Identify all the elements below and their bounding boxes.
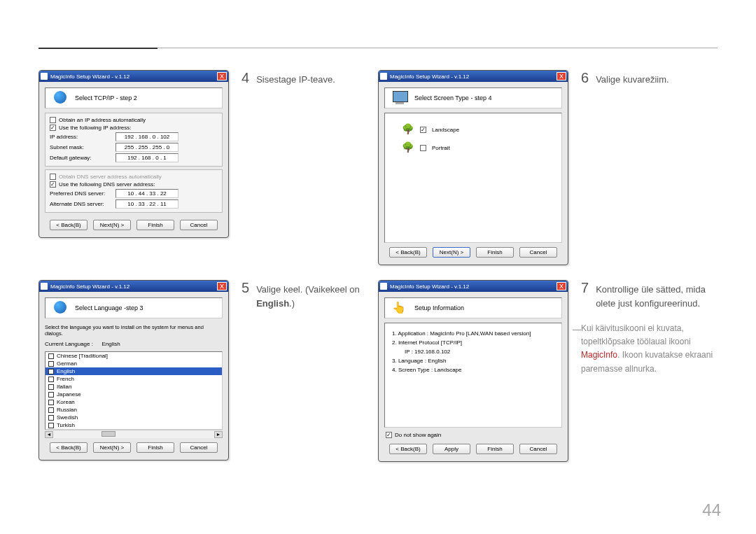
tree-icon bbox=[402, 141, 414, 154]
current-language-label: Current Language : bbox=[45, 341, 93, 347]
wizard-window-setupinfo: MagicInfo Setup Wizard - v.1.12 X Setup … bbox=[378, 280, 568, 462]
scroll-thumb[interactable] bbox=[102, 431, 115, 437]
annotation-4: 4Sisestage IP-teave. bbox=[241, 70, 335, 87]
input-mask[interactable]: 255 . 255 . 255 . 0 bbox=[115, 143, 178, 152]
hand-pointer-icon bbox=[392, 301, 409, 315]
app-icon bbox=[41, 73, 48, 80]
horizontal-rule-accent bbox=[38, 48, 158, 49]
checkbox-noshow[interactable] bbox=[386, 432, 392, 438]
checkbox-auto-dns[interactable] bbox=[50, 174, 56, 180]
info-protocol: 2. Internet Protocol [TCP/IP] bbox=[392, 338, 554, 347]
panel-header: Select Screen Type - step 4 bbox=[384, 87, 562, 108]
scroll-right-icon[interactable]: ► bbox=[214, 431, 223, 438]
checkbox-icon bbox=[48, 377, 54, 382]
info-ip: IP : 192.168.0.102 bbox=[392, 347, 554, 356]
app-icon bbox=[41, 283, 48, 290]
back-button[interactable]: < Back(B) bbox=[389, 247, 427, 258]
globe-icon bbox=[52, 301, 69, 315]
horizontal-scrollbar[interactable]: ◄► bbox=[45, 430, 223, 438]
window-title: MagicInfo Setup Wizard - v.1.12 bbox=[390, 283, 556, 290]
window-title: MagicInfo Setup Wizard - v.1.12 bbox=[50, 283, 217, 290]
globe-icon bbox=[52, 91, 69, 105]
cancel-button[interactable]: Cancel bbox=[180, 442, 218, 453]
language-item[interactable]: Russian bbox=[46, 406, 222, 414]
annotation-6: 6Valige kuvarežiim. bbox=[581, 70, 669, 87]
checkbox-icon bbox=[48, 353, 54, 359]
checkbox-icon bbox=[48, 400, 54, 405]
label-gateway: Default gateway: bbox=[50, 155, 113, 161]
setup-info-panel: 1. Application : MagicInfo Pro [LAN,WAN … bbox=[384, 323, 562, 428]
footnote: ― Kui käivitusikooni ei kuvata, topeltkl… bbox=[581, 322, 721, 376]
language-item[interactable]: French bbox=[46, 375, 222, 383]
cancel-button[interactable]: Cancel bbox=[180, 220, 218, 230]
back-button[interactable]: < Back(B) bbox=[389, 444, 427, 454]
label-landscape: Landscape bbox=[432, 127, 459, 133]
language-item[interactable]: Korean bbox=[46, 398, 222, 406]
close-icon[interactable]: X bbox=[217, 282, 227, 290]
input-ip[interactable]: 192 . 168 . 0 . 102 bbox=[115, 132, 178, 141]
language-item[interactable]: Japanese bbox=[46, 391, 222, 398]
finish-button[interactable]: Finish bbox=[136, 220, 174, 230]
finish-button[interactable]: Finish bbox=[476, 247, 514, 258]
label-portrait: Portrait bbox=[432, 145, 450, 151]
checkbox-use-dns[interactable] bbox=[50, 181, 56, 188]
language-item[interactable]: Italian bbox=[46, 383, 222, 391]
page-number: 44 bbox=[702, 500, 721, 520]
checkbox-icon bbox=[48, 415, 54, 421]
annotation-7: 7Kontrollige üle sätted, mida olete just… bbox=[581, 280, 722, 310]
titlebar: MagicInfo Setup Wizard - v.1.12 X bbox=[379, 281, 568, 292]
current-language-value: English bbox=[102, 341, 120, 347]
next-button[interactable]: Next(N) > bbox=[93, 220, 131, 230]
wizard-window-language: MagicInfo Setup Wizard - v.1.12 X Select… bbox=[38, 280, 229, 461]
label-mask: Subnet mask: bbox=[50, 144, 113, 150]
panel-header: Select TCP/IP - step 2 bbox=[45, 87, 223, 108]
label-use-dns: Use the following DNS server address: bbox=[59, 181, 155, 188]
back-button[interactable]: < Back(B) bbox=[50, 220, 88, 230]
checkbox-portrait[interactable] bbox=[420, 145, 426, 151]
language-item[interactable]: German bbox=[46, 360, 222, 367]
label-ip: IP address: bbox=[50, 134, 113, 140]
instruction-text: Select the language you want to install … bbox=[45, 323, 223, 339]
input-adns[interactable]: 10 . 33 . 22 . 11 bbox=[115, 199, 178, 209]
annotation-5: 5Valige keel. (Vaikekeel on English.) bbox=[241, 280, 382, 310]
next-button[interactable]: Next(N) > bbox=[93, 442, 131, 453]
label-auto-ip: Obtain an IP address automatically bbox=[59, 117, 146, 123]
info-language: 3. Language : English bbox=[392, 356, 554, 365]
label-auto-dns: Obtain DNS server address automatically bbox=[59, 174, 162, 180]
scroll-left-icon[interactable]: ◄ bbox=[45, 431, 53, 438]
language-item[interactable]: English bbox=[46, 367, 222, 375]
back-button[interactable]: < Back(B) bbox=[50, 442, 88, 453]
window-title: MagicInfo Setup Wizard - v.1.12 bbox=[50, 73, 217, 80]
apply-button[interactable]: Apply bbox=[433, 444, 470, 454]
checkbox-landscape[interactable] bbox=[420, 127, 426, 133]
input-pdns[interactable]: 10 . 44 . 33 . 22 bbox=[115, 189, 178, 198]
cancel-button[interactable]: Cancel bbox=[519, 444, 557, 454]
language-item[interactable]: Swedish bbox=[46, 414, 222, 421]
label-pdns: Preferred DNS server: bbox=[50, 190, 113, 197]
close-icon[interactable]: X bbox=[556, 72, 566, 80]
checkbox-auto-ip[interactable] bbox=[50, 117, 56, 123]
panel-header: Select Language -step 3 bbox=[45, 297, 223, 318]
language-item[interactable]: Turkish bbox=[46, 421, 222, 429]
input-gateway[interactable]: 192 . 168 . 0 . 1 bbox=[115, 153, 178, 162]
titlebar: MagicInfo Setup Wizard - v.1.12 X bbox=[39, 71, 228, 82]
close-icon[interactable]: X bbox=[217, 72, 227, 80]
close-icon[interactable]: X bbox=[556, 282, 566, 290]
next-button[interactable]: Next(N) > bbox=[433, 247, 470, 258]
language-listbox[interactable]: Chinese [Traditional]GermanEnglishFrench… bbox=[45, 351, 223, 430]
checkbox-use-ip[interactable] bbox=[50, 125, 56, 131]
wizard-window-tcpip: MagicInfo Setup Wizard - v.1.12 X Select… bbox=[38, 70, 229, 238]
tree-icon bbox=[402, 123, 414, 136]
info-screentype: 4. Screen Type : Landscape bbox=[392, 365, 554, 374]
monitor-icon bbox=[392, 91, 409, 105]
checkbox-icon bbox=[48, 407, 54, 413]
finish-button[interactable]: Finish bbox=[476, 444, 514, 454]
label-adns: Alternate DNS server: bbox=[50, 201, 113, 207]
label-use-ip: Use the following IP address: bbox=[59, 125, 131, 131]
cancel-button[interactable]: Cancel bbox=[519, 247, 557, 258]
label-noshow: Do not show again bbox=[395, 432, 441, 438]
finish-button[interactable]: Finish bbox=[136, 442, 174, 453]
checkbox-icon bbox=[48, 369, 54, 374]
language-item[interactable]: Chinese [Traditional] bbox=[46, 352, 222, 360]
titlebar: MagicInfo Setup Wizard - v.1.12 X bbox=[379, 71, 568, 82]
